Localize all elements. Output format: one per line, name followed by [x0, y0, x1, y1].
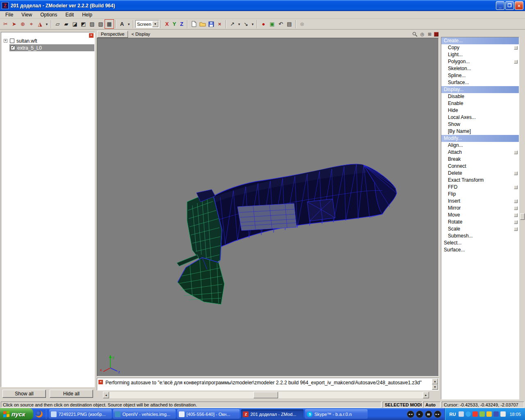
record-icon[interactable]: ●	[259, 20, 268, 28]
log-close-icon[interactable]: ×	[98, 380, 103, 384]
tray-icon-4[interactable]	[479, 411, 485, 417]
cmd-delete-expand-box[interactable]	[514, 171, 518, 175]
axis-z-button[interactable]: Z	[178, 20, 185, 28]
scroll-left-icon[interactable]: ◄	[103, 392, 109, 398]
media-prev-icon[interactable]: ◄◄	[407, 411, 414, 418]
log-scroll-up-icon[interactable]: ▲	[432, 379, 438, 384]
task-image-viewer[interactable]: 7249221.PNG (изобр...	[49, 409, 112, 419]
log-scroll-down-icon[interactable]: ▼	[432, 384, 438, 390]
add-tool-icon[interactable]: ⊕	[18, 20, 27, 28]
menu-view[interactable]: View	[18, 11, 36, 18]
3d-viewport[interactable]: y x z	[97, 38, 439, 377]
save-file-icon[interactable]	[207, 20, 215, 28]
mesh-mode-icon[interactable]: ▧	[96, 20, 105, 28]
cmd-light[interactable]: Light...	[441, 51, 519, 58]
scroll-right-icon[interactable]: ►	[423, 392, 429, 398]
tray-icon-3[interactable]	[472, 411, 478, 417]
cmd-polygon[interactable]: Polygon...	[441, 58, 519, 65]
cmd-enable[interactable]: Enable	[441, 100, 519, 107]
export-icon[interactable]: ↗	[228, 20, 237, 28]
cmd-rotate-expand-box[interactable]	[514, 220, 518, 224]
cmd-spline[interactable]: Spline...	[441, 72, 519, 79]
cmd-header-modify[interactable]: Modify...	[441, 135, 519, 142]
surfaces-mode-icon[interactable]: ▨	[88, 20, 96, 28]
cmd-disable[interactable]: Disable	[441, 93, 519, 100]
tray-icon-7[interactable]	[500, 411, 506, 417]
media-play-icon[interactable]: ►	[416, 411, 423, 418]
scrollbar-track[interactable]	[109, 392, 423, 398]
start-button[interactable]: пуск	[0, 408, 33, 420]
vertices-mode-icon[interactable]: ▱	[53, 20, 62, 28]
command-panel-scroll-thumb[interactable]	[520, 213, 525, 220]
export-dropdown-icon[interactable]: ▾	[237, 20, 242, 28]
tools-dropdown-icon[interactable]: ▾	[44, 20, 49, 28]
menu-help[interactable]: Help	[78, 11, 96, 18]
cmd-flip[interactable]: Flip	[441, 191, 519, 198]
import-dropdown-icon[interactable]: ▾	[250, 20, 255, 28]
cmd-mirror-expand-box[interactable]	[514, 206, 518, 210]
prism-tool-icon[interactable]: ◮	[36, 20, 44, 28]
horizontal-scrollbar[interactable]: ◄ ►	[103, 392, 429, 398]
combo-dropdown-icon[interactable]: ▾	[152, 21, 158, 27]
cmd-ffd-expand-box[interactable]	[514, 185, 518, 189]
polygons-mode-icon[interactable]: ◩	[79, 20, 88, 28]
cmd-mirror[interactable]: Mirror	[441, 205, 519, 212]
scrollbar-thumb[interactable]	[253, 392, 278, 398]
cmd-scale[interactable]: Scale	[441, 226, 519, 233]
cmd-submesh[interactable]: Submesh...	[441, 233, 519, 240]
cmd-copy-expand-box[interactable]	[514, 46, 518, 50]
hide-all-button[interactable]: Hide all	[50, 390, 93, 398]
cmd-move[interactable]: Move	[441, 212, 519, 219]
cmd-skeleton[interactable]: Skeleton...	[441, 65, 519, 72]
cmd-by-name[interactable]: [By Name]	[441, 128, 519, 135]
cmd-header-create[interactable]: Create...	[441, 37, 519, 44]
menu-edit[interactable]: Edit	[62, 11, 78, 18]
cmd-connect[interactable]: Connect	[441, 163, 519, 170]
media-pause-icon[interactable]: ▮▮	[425, 411, 432, 418]
cmd-header-select[interactable]: Select...	[441, 240, 519, 247]
minimize-button[interactable]: _	[496, 1, 504, 10]
pan-icon[interactable]: ◎	[419, 31, 425, 37]
screen-select[interactable]: Screen ▾	[135, 20, 159, 28]
target-tool-icon[interactable]: ⌖	[27, 20, 36, 28]
show-all-button[interactable]: Show all	[2, 390, 46, 398]
undo-icon[interactable]: ↶	[276, 20, 285, 28]
cmd-surface-create[interactable]: Surface...	[441, 79, 519, 86]
cmd-local-axes[interactable]: Local Axes...	[441, 114, 519, 121]
cmd-insert-expand-box[interactable]	[514, 199, 518, 203]
cmd-attach-expand-box[interactable]	[514, 151, 518, 154]
3d-model[interactable]	[97, 38, 439, 377]
title-bar[interactable]: Z 201 доделал - ZModeler ver 2.2.2 (Buil…	[0, 0, 525, 11]
cmd-header-display[interactable]: Display...	[441, 86, 519, 93]
cmd-ffd[interactable]: FFD	[441, 184, 519, 191]
package-icon[interactable]: ▣	[268, 20, 276, 28]
edges-mode-icon[interactable]: ▰	[62, 20, 71, 28]
task-openiv[interactable]: OpenIV - vehicles.img...	[113, 409, 176, 419]
cmd-show[interactable]: Show	[441, 121, 519, 128]
expander-icon[interactable]: +	[4, 39, 7, 43]
objects-mode-icon[interactable]: ▦	[105, 20, 114, 28]
cmd-polygon-expand-box[interactable]	[514, 60, 518, 64]
cmd-scale-expand-box[interactable]	[514, 227, 518, 231]
panel-close-icon[interactable]: ×	[89, 33, 94, 38]
cmd-copy[interactable]: Copy	[441, 44, 519, 51]
perspective-view-button[interactable]: Perspective	[97, 31, 128, 38]
cmd-align[interactable]: Align...	[441, 142, 519, 149]
firefox-icon[interactable]	[36, 411, 43, 418]
task-zmodeler[interactable]: Z 201 доделал - ZMod...	[241, 409, 304, 419]
fit-view-icon[interactable]: ⊞	[427, 31, 433, 37]
axis-x-button[interactable]: X	[163, 20, 171, 28]
tree-item-extra-5-l0[interactable]: extra_5_L0	[9, 44, 94, 51]
task-window-405[interactable]: [405-556-640] - Окн...	[177, 409, 240, 419]
axis-y-button[interactable]: Y	[171, 20, 178, 28]
menu-options[interactable]: Options	[37, 11, 61, 18]
tray-icon-5[interactable]	[486, 411, 492, 417]
language-indicator[interactable]: RU	[448, 412, 457, 417]
zoom-icon[interactable]	[412, 31, 418, 37]
cmd-header-surface[interactable]: Surface...	[441, 247, 519, 253]
pick-tool-icon[interactable]: ➤	[10, 20, 18, 28]
cmd-insert[interactable]: Insert	[441, 198, 519, 205]
new-file-icon[interactable]	[189, 20, 198, 28]
delete-icon[interactable]: ×	[215, 20, 224, 28]
extra-5-l0-checkbox[interactable]	[11, 46, 15, 50]
